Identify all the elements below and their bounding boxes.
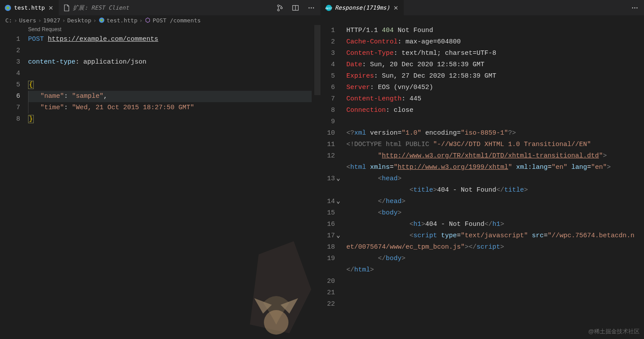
code-area[interactable]: HTTP/1.1 404 Not FoundCache-Control: max…	[346, 25, 644, 339]
split-icon[interactable]	[291, 3, 300, 13]
svg-point-4	[281, 7, 282, 9]
watermark: @稀土掘金技术社区	[588, 328, 640, 335]
fold-icon[interactable]: ⌄	[335, 230, 340, 242]
crumb[interactable]: Users	[19, 17, 36, 24]
svg-point-6	[309, 7, 310, 8]
editor-left[interactable]: 12345678 Send RequestPOST https://exampl…	[0, 25, 320, 339]
editor-pane-left: test.http 扩展: REST Client C:› Users›	[0, 0, 321, 339]
svg-point-14	[632, 7, 633, 8]
fold-icon[interactable]: ⌄	[335, 173, 340, 185]
crumb[interactable]: POST /comments	[153, 17, 201, 24]
rest-icon: REST	[325, 4, 332, 11]
compare-icon[interactable]	[275, 3, 285, 13]
svg-point-8	[313, 7, 314, 8]
code-area[interactable]: Send RequestPOST https://example.com/com…	[28, 25, 320, 339]
tab-bar-right: REST Response(1719ms)	[321, 0, 644, 15]
line-gutter: 12345678	[0, 25, 28, 339]
tab-label: 扩展: REST Client	[73, 4, 129, 12]
minimap[interactable]	[314, 25, 320, 339]
crumb[interactable]: C:	[5, 17, 12, 24]
svg-point-1	[7, 6, 9, 9]
svg-point-16	[637, 7, 638, 8]
close-icon[interactable]	[392, 4, 399, 11]
http-file-icon	[98, 17, 105, 24]
http-file-icon	[4, 4, 11, 11]
close-icon[interactable]	[47, 4, 54, 11]
fold-icon[interactable]: ⌄	[335, 196, 340, 207]
crumb[interactable]: Desktop	[67, 17, 91, 24]
editor-pane-right: REST Response(1719ms) 12345678910111213⌄…	[321, 0, 644, 339]
tab-label: test.http	[14, 4, 45, 11]
breadcrumb[interactable]: C:› Users› 19027› Desktop› test.http› PO…	[0, 15, 320, 25]
tab-rest-client-extension[interactable]: 扩展: REST Client	[59, 0, 133, 15]
line-gutter: 12345678910111213⌄14⌄151617⌄1819202122	[321, 25, 346, 339]
svg-point-10	[100, 19, 103, 21]
file-icon	[63, 4, 70, 11]
svg-point-15	[634, 7, 636, 8]
tab-actions-right	[630, 3, 644, 13]
tab-bar-left: test.http 扩展: REST Client	[0, 0, 320, 15]
crumb[interactable]: test.http	[107, 17, 137, 24]
svg-text:REST: REST	[325, 7, 332, 10]
crumb[interactable]: 19027	[43, 17, 60, 24]
codelens-send-request[interactable]: Send Request	[28, 25, 312, 34]
svg-point-3	[278, 9, 279, 11]
tab-response[interactable]: REST Response(1719ms)	[321, 0, 404, 15]
svg-point-2	[278, 5, 279, 7]
tab-test-http[interactable]: test.http	[0, 0, 59, 15]
tab-actions-left	[275, 3, 320, 13]
more-icon[interactable]	[306, 3, 316, 13]
svg-point-7	[311, 7, 312, 8]
symbol-method-icon	[144, 17, 151, 24]
more-icon[interactable]	[630, 3, 640, 13]
tab-label: Response(1719ms)	[335, 4, 390, 11]
editor-right[interactable]: 12345678910111213⌄14⌄151617⌄1819202122 H…	[321, 25, 644, 339]
